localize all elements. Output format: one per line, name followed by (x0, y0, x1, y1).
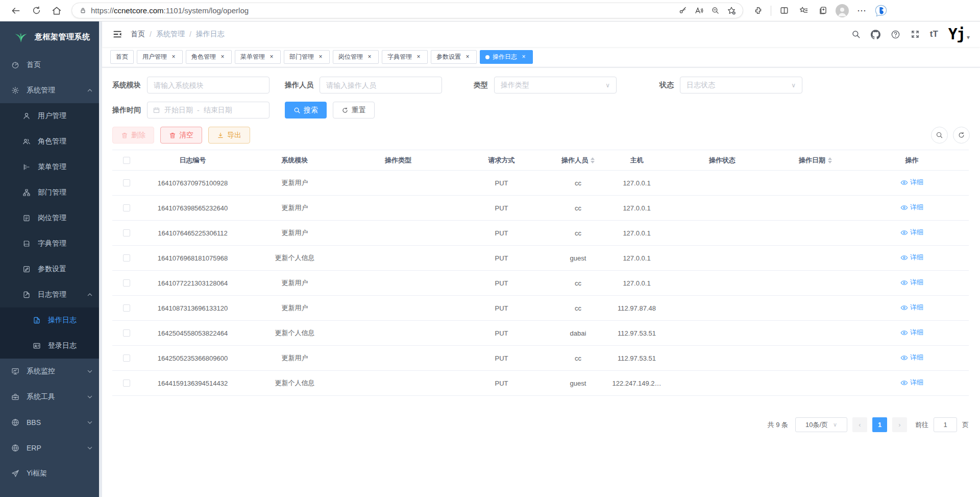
reset-button[interactable]: 重置 (333, 102, 375, 119)
row-checkbox[interactable] (123, 354, 130, 362)
page-size-select[interactable]: 10条/页 ∨ (795, 417, 847, 432)
prev-page-button[interactable]: ‹ (852, 417, 867, 432)
goto-page-input[interactable] (934, 417, 957, 432)
column-header[interactable]: 操作日期 (776, 150, 855, 171)
tag-tab[interactable]: 角色管理× (186, 50, 232, 64)
toggle-search-button[interactable] (931, 127, 948, 144)
sidebar-item-menu[interactable]: 菜单管理 (0, 154, 102, 180)
header-search-icon[interactable] (851, 30, 861, 39)
tag-tab[interactable]: 参数设置× (431, 50, 477, 64)
extensions-icon[interactable] (749, 2, 767, 19)
sidebar-item-dept[interactable]: 部门管理 (0, 180, 102, 205)
sidebar-item-gear[interactable]: 系统管理 (0, 78, 102, 103)
clear-button[interactable]: 清空 (160, 127, 202, 144)
favorites-bar-icon[interactable] (795, 2, 812, 19)
column-header[interactable]: 操作人员 (551, 150, 605, 171)
sidebar-item-param[interactable]: 参数设置 (0, 256, 102, 282)
github-icon[interactable] (871, 30, 880, 39)
sidebar-item-dashboard[interactable]: 首页 (0, 52, 102, 78)
sidebar-item-tool[interactable]: 系统工具 (0, 384, 102, 410)
help-icon[interactable] (891, 30, 900, 39)
password-key-icon[interactable] (675, 4, 690, 18)
close-icon[interactable]: × (219, 54, 226, 61)
row-checkbox[interactable] (123, 254, 130, 262)
close-icon[interactable]: × (366, 54, 373, 61)
browser-back-button[interactable] (7, 2, 24, 19)
tag-tab[interactable]: 首页 (110, 50, 134, 64)
sidebar-item-user[interactable]: 用户管理 (0, 103, 102, 129)
search-button[interactable]: 搜索 (285, 102, 327, 119)
sort-carets-icon[interactable] (591, 157, 595, 163)
zoom-out-icon[interactable] (708, 4, 722, 18)
sort-carets-icon[interactable] (828, 157, 832, 163)
fullscreen-icon[interactable] (911, 30, 920, 39)
detail-link[interactable]: 详细 (900, 303, 923, 312)
close-icon[interactable]: × (464, 54, 471, 61)
type-select[interactable]: 操作类型 ∨ (494, 77, 617, 93)
row-checkbox[interactable] (123, 329, 130, 337)
detail-link[interactable]: 详细 (900, 253, 923, 262)
detail-link[interactable]: 详细 (900, 328, 923, 337)
split-screen-icon[interactable] (775, 2, 793, 19)
sidebar-toggle-button[interactable] (112, 29, 122, 39)
detail-link[interactable]: 详细 (900, 203, 923, 212)
url-text[interactable]: https://ccnetcore.com:1101/system/log/op… (91, 6, 671, 15)
favorite-star-icon[interactable] (724, 4, 739, 18)
bing-copilot-icon[interactable] (872, 2, 890, 19)
row-checkbox[interactable] (123, 204, 130, 211)
browser-more-menu[interactable]: ⋯ (853, 2, 870, 19)
tag-tab[interactable]: 岗位管理× (333, 50, 379, 64)
sidebar-item-doc[interactable]: 操作日志 (0, 307, 102, 333)
tag-tab[interactable]: 字典管理× (382, 50, 428, 64)
sidebar-item-plane[interactable]: Yi框架 (0, 461, 102, 486)
date-range-picker[interactable]: 开始日期 - 结束日期 (147, 102, 270, 119)
tag-tab[interactable]: 菜单管理× (235, 50, 281, 64)
address-bar[interactable]: https://ccnetcore.com:1101/system/log/op… (71, 3, 743, 18)
collections-icon[interactable] (814, 2, 831, 19)
row-checkbox[interactable] (123, 179, 130, 186)
sidebar-scrollbar[interactable] (99, 21, 102, 497)
tag-tab[interactable]: 用户管理× (137, 50, 183, 64)
close-icon[interactable]: × (268, 54, 275, 61)
read-aloud-icon[interactable] (692, 4, 706, 18)
select-all-checkbox[interactable] (123, 157, 130, 164)
sidebar-item-globe[interactable]: BBS (0, 410, 102, 435)
row-checkbox[interactable] (123, 380, 130, 387)
app-logo[interactable]: 意框架管理系统 (0, 21, 102, 52)
breadcrumb-item[interactable]: 首页 (131, 30, 145, 39)
tag-tab[interactable]: 操作日志× (480, 50, 533, 64)
detail-link[interactable]: 详细 (900, 178, 923, 187)
tag-tab[interactable]: 部门管理× (284, 50, 330, 64)
module-input[interactable] (147, 77, 270, 93)
sidebar-item-monitor[interactable]: 系统监控 (0, 359, 102, 384)
browser-home-button[interactable] (48, 2, 65, 19)
operator-input[interactable] (320, 77, 442, 93)
close-icon[interactable]: × (170, 54, 177, 61)
close-icon[interactable]: × (415, 54, 422, 61)
browser-refresh-button[interactable] (28, 2, 45, 19)
next-page-button[interactable]: › (892, 417, 907, 432)
row-checkbox[interactable] (123, 279, 130, 287)
export-button[interactable]: 导出 (208, 127, 250, 144)
delete-button[interactable]: 删除 (112, 127, 154, 144)
detail-link[interactable]: 详细 (900, 378, 923, 387)
user-menu[interactable]: Yj ▾ (948, 27, 970, 42)
detail-link[interactable]: 详细 (900, 353, 923, 362)
refresh-table-button[interactable] (953, 127, 970, 144)
font-size-icon[interactable]: tT (930, 29, 938, 39)
row-checkbox[interactable] (123, 229, 130, 236)
browser-profile-avatar[interactable] (834, 2, 851, 19)
detail-link[interactable]: 详细 (900, 228, 923, 237)
sidebar-item-post[interactable]: 岗位管理 (0, 205, 102, 231)
sidebar-item-idcard[interactable]: 登录日志 (0, 333, 102, 359)
detail-link[interactable]: 详细 (900, 278, 923, 287)
sidebar-item-users[interactable]: 角色管理 (0, 129, 102, 154)
status-select[interactable]: 日志状态 ∨ (680, 77, 802, 93)
close-icon[interactable]: × (520, 54, 527, 61)
close-icon[interactable]: × (317, 54, 324, 61)
row-checkbox[interactable] (123, 304, 130, 312)
sidebar-item-globe[interactable]: ERP (0, 435, 102, 461)
sidebar-item-log[interactable]: 日志管理 (0, 282, 102, 307)
sidebar-item-dict[interactable]: 字典管理 (0, 231, 102, 256)
current-page-button[interactable]: 1 (872, 417, 887, 432)
